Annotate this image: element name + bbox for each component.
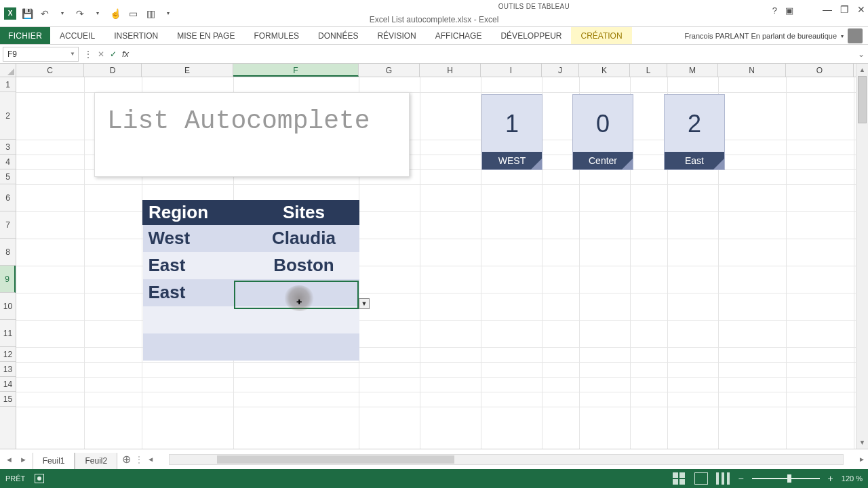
zoom-level[interactable]: 120 % — [842, 474, 863, 483]
macro-record-icon[interactable] — [35, 474, 44, 483]
column-header-N[interactable]: N — [718, 64, 786, 77]
sheet-tab-1[interactable]: Feuil1 — [33, 453, 75, 470]
fx-icon[interactable]: fx — [122, 49, 133, 59]
column-header-M[interactable]: M — [667, 64, 718, 77]
tab-affichage[interactable]: AFFICHAGE — [426, 27, 492, 44]
column-header-C[interactable]: C — [16, 64, 84, 77]
tab-accueil[interactable]: ACCUEIL — [50, 27, 104, 44]
row-header-15[interactable]: 15 — [0, 392, 16, 407]
save-icon[interactable]: 💾 — [20, 7, 34, 20]
table-header-sites[interactable]: Sites — [248, 201, 359, 225]
view-normal-icon[interactable] — [673, 472, 686, 485]
enter-icon[interactable]: ✓ — [110, 49, 117, 59]
ribbon-display-icon[interactable]: ▣ — [785, 5, 793, 16]
add-sheet-button[interactable]: ⊕ — [117, 453, 135, 466]
column-header-I[interactable]: I — [481, 64, 542, 77]
row-header-7[interactable]: 7 — [0, 211, 16, 239]
sheet-nav-prev-icon[interactable]: ◄ — [5, 455, 13, 464]
row-header-11[interactable]: 11 — [0, 320, 16, 347]
column-header-G[interactable]: G — [359, 64, 420, 77]
row-header-8[interactable]: 8 — [0, 239, 16, 266]
cell-region[interactable]: West — [143, 225, 249, 252]
qat-extra2-icon[interactable]: ▥ — [144, 7, 157, 20]
cell-site[interactable]: Claudia — [248, 225, 359, 252]
tab-insertion[interactable]: INSERTION — [104, 27, 167, 44]
table-row[interactable]: EastBoston — [143, 252, 359, 279]
sheet-tab-2[interactable]: Feuil2 — [75, 453, 117, 470]
hscroll-right-icon[interactable]: ► — [856, 455, 868, 463]
tab-developpeur[interactable]: DÉVELOPPEUR — [491, 27, 571, 44]
minimize-icon[interactable]: — — [823, 4, 832, 15]
hscroll-left-icon[interactable]: ◄ — [144, 455, 157, 463]
region-sites-table[interactable]: Region Sites WestClaudiaEastBostonEast — [142, 200, 359, 361]
table-row[interactable] — [143, 306, 359, 333]
touch-mode-icon[interactable]: ☝ — [108, 7, 122, 20]
cell-region[interactable]: East — [143, 279, 249, 306]
row-header-13[interactable]: 13 — [0, 362, 16, 377]
maximize-icon[interactable]: ❐ — [840, 4, 849, 15]
row-header-1[interactable]: 1 — [0, 77, 16, 92]
column-header-E[interactable]: E — [142, 64, 233, 77]
tab-formules[interactable]: FORMULES — [244, 27, 309, 44]
redo-icon[interactable]: ↷ — [73, 7, 87, 20]
zoom-slider[interactable] — [752, 478, 820, 479]
cell-region[interactable] — [143, 306, 249, 333]
table-row[interactable]: East — [143, 279, 359, 306]
avatar[interactable] — [848, 28, 863, 43]
tab-mise-en-page[interactable]: MISE EN PAGE — [167, 27, 244, 44]
cell-region[interactable]: East — [143, 252, 249, 279]
formula-grip-icon[interactable]: ⋮ — [84, 49, 92, 59]
tab-donnees[interactable]: DONNÉES — [309, 27, 368, 44]
row-header-3[interactable]: 3 — [0, 140, 16, 155]
column-header-H[interactable]: H — [420, 64, 481, 77]
column-header-K[interactable]: K — [579, 64, 630, 77]
formula-expand-icon[interactable]: ⌄ — [854, 49, 868, 59]
cell-site[interactable] — [248, 333, 359, 361]
dash-card-center[interactable]: 0 Center — [572, 94, 633, 170]
view-page-layout-icon[interactable] — [694, 472, 708, 485]
column-header-D[interactable]: D — [84, 64, 142, 77]
row-header-2[interactable]: 2 — [0, 92, 16, 140]
undo-dropdown-icon[interactable]: ▾ — [56, 7, 69, 20]
scroll-thumb[interactable] — [858, 76, 867, 123]
qat-customize-icon[interactable]: ▾ — [161, 7, 175, 20]
cell-dropdown-button[interactable]: ▼ — [359, 298, 370, 309]
user-dropdown-icon[interactable]: ▾ — [841, 33, 844, 39]
zoom-in-icon[interactable]: + — [828, 473, 833, 484]
cancel-icon[interactable]: ✕ — [98, 49, 104, 59]
dash-card-west[interactable]: 1 WEST — [481, 94, 542, 170]
formula-input[interactable] — [138, 47, 854, 62]
row-header-12[interactable]: 12 — [0, 347, 16, 362]
hscroll-grip-icon[interactable]: ⋮ — [135, 455, 144, 464]
name-box[interactable]: F9 ▼ — [3, 47, 79, 62]
table-row[interactable] — [143, 333, 359, 361]
table-header-region[interactable]: Region — [143, 201, 249, 225]
qat-extra1-icon[interactable]: ▭ — [126, 7, 140, 20]
column-header-F[interactable]: F — [233, 64, 359, 77]
select-all-button[interactable] — [0, 64, 16, 77]
redo-dropdown-icon[interactable]: ▾ — [91, 7, 104, 20]
vertical-scrollbar[interactable]: ▲ ▼ — [856, 64, 868, 449]
column-header-L[interactable]: L — [630, 64, 667, 77]
horizontal-scrollbar[interactable]: ⋮ ◄ ► — [135, 454, 868, 465]
file-tab[interactable]: FICHIER — [0, 27, 50, 44]
name-box-dropdown-icon[interactable]: ▼ — [70, 51, 75, 57]
undo-icon[interactable]: ↶ — [38, 7, 52, 20]
row-header-5[interactable]: 5 — [0, 169, 16, 184]
row-header-4[interactable]: 4 — [0, 155, 16, 169]
hscroll-thumb[interactable] — [217, 455, 454, 464]
cell-site[interactable]: Boston — [248, 252, 359, 279]
scroll-up-icon[interactable]: ▲ — [856, 64, 868, 76]
sheet-nav-next-icon[interactable]: ► — [20, 455, 27, 464]
tab-revision[interactable]: RÉVISION — [368, 27, 425, 44]
cell-region[interactable] — [143, 333, 249, 361]
tab-creation[interactable]: CRÉATION — [571, 27, 631, 44]
scroll-down-icon[interactable]: ▼ — [856, 436, 868, 449]
help-icon[interactable]: ? — [772, 5, 777, 16]
view-page-break-icon[interactable] — [716, 472, 730, 485]
table-row[interactable]: WestClaudia — [143, 225, 359, 252]
user-name[interactable]: Francois PARLANT En parlant de bureautiq… — [684, 32, 837, 40]
column-header-J[interactable]: J — [542, 64, 579, 77]
close-icon[interactable]: ✕ — [857, 4, 865, 15]
row-header-10[interactable]: 10 — [0, 293, 16, 320]
